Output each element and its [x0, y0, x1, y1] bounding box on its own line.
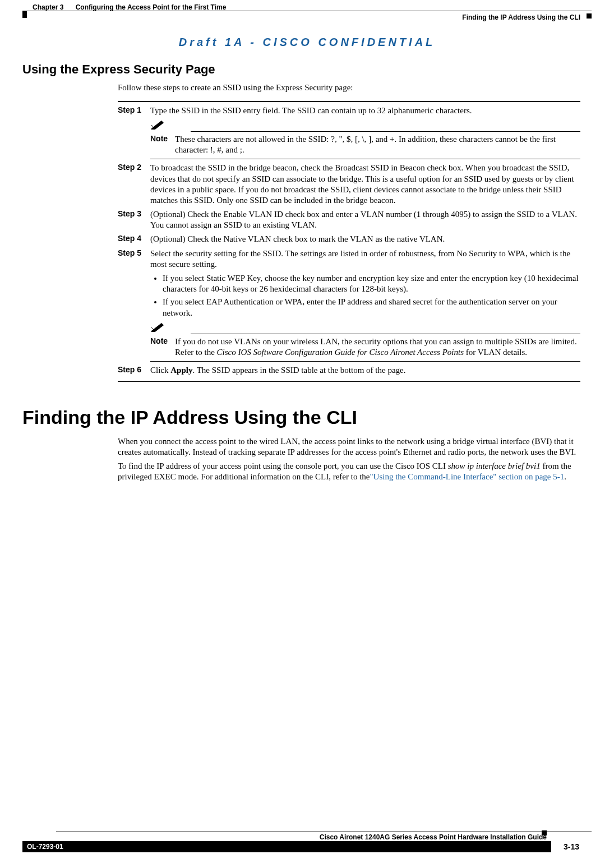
step-row: Step 2 To broadcast the SSID in the brid…	[118, 163, 580, 206]
step-text-bold: Apply	[170, 366, 192, 375]
note-bottom-rule	[150, 361, 580, 362]
heading-express-security: Using the Express Security Page	[22, 62, 592, 77]
note-text-italic: Cisco IOS Software Configuration Guide f…	[217, 348, 464, 357]
note-text: These characters are not allowed in the …	[175, 134, 580, 155]
chapter-title: Configuring the Access Point for the Fir…	[76, 3, 227, 11]
note-pencil-icon	[150, 119, 166, 132]
body-paragraph: When you connect the access point to the…	[118, 436, 580, 458]
cross-ref-link[interactable]: "Using the Command-Line Interface" secti…	[370, 472, 564, 481]
step-label: Step 4	[118, 234, 150, 244]
note-bottom-rule	[150, 159, 580, 159]
step-label: Step 6	[118, 365, 150, 376]
step-text: Select the security setting for the SSID…	[150, 248, 580, 270]
para-post: .	[564, 472, 566, 481]
step-text: To broadcast the SSID in the bridge beac…	[150, 163, 580, 206]
step-text-post: . The SSID appears in the SSID table at …	[192, 366, 405, 375]
note-label: Note	[150, 336, 175, 358]
steps-bottom-rule	[118, 381, 580, 382]
draft-watermark: Draft 1A - CISCO CONFIDENTIAL	[22, 36, 592, 49]
footer-book-title: Cisco Aironet 1240AG Series Access Point…	[22, 833, 547, 841]
intro-paragraph: Follow these steps to create an SSID usi…	[118, 82, 580, 93]
page-footer: Cisco Aironet 1240AG Series Access Point…	[22, 832, 592, 852]
step-label: Step 2	[118, 163, 150, 206]
note-top-rule	[191, 131, 580, 132]
heading-finding-ip: Finding the IP Address Using the CLI	[22, 407, 592, 428]
step-row: Step 1 Type the SSID in the SSID entry f…	[118, 105, 580, 116]
note-label: Note	[150, 134, 175, 155]
step-row: Step 5 Select the security setting for t…	[118, 248, 580, 270]
para-pre: To find the IP address of your access po…	[118, 461, 448, 470]
chapter-number: Chapter 3	[33, 3, 63, 11]
list-item: If you select Static WEP Key, choose the…	[163, 273, 580, 294]
step-label: Step 5	[118, 248, 150, 270]
step-text: (Optional) Check the Enable VLAN ID chec…	[150, 209, 580, 230]
step-text-pre: Click	[150, 366, 170, 375]
note-pencil-icon	[150, 322, 166, 334]
note-block: Note If you do not use VLANs on your wir…	[150, 322, 580, 362]
step-row: Step 4 (Optional) Check the Native VLAN …	[118, 234, 580, 244]
step-label: Step 1	[118, 105, 150, 116]
step-text: Type the SSID in the SSID entry field. T…	[150, 105, 580, 116]
note-text-post: for VLAN details.	[464, 348, 527, 357]
header-section-title: Finding the IP Address Using the CLI	[462, 13, 580, 21]
bullet-list: If you select Static WEP Key, choose the…	[150, 273, 580, 318]
header-chapter: Chapter 3 Configuring the Access Point f…	[33, 3, 226, 11]
footer-rule	[56, 832, 592, 832]
step-label: Step 3	[118, 209, 150, 230]
note-text: If you do not use VLANs on your wireless…	[175, 336, 580, 358]
body-paragraph: To find the IP address of your access po…	[118, 461, 580, 482]
footer-doc-number: OL-7293-01	[22, 841, 551, 852]
header-left-bar	[22, 11, 27, 18]
note-top-rule	[191, 334, 580, 334]
step-text: Click Apply. The SSID appears in the SSI…	[150, 365, 580, 376]
step-row: Step 6 Click Apply. The SSID appears in …	[118, 365, 580, 376]
note-block: Note These characters are not allowed in…	[150, 119, 580, 159]
footer-square-icon	[542, 830, 547, 835]
list-item: If you select EAP Authentication or WPA,…	[163, 297, 580, 318]
steps-top-rule	[118, 101, 580, 102]
page-header: Chapter 3 Configuring the Access Point f…	[22, 6, 592, 24]
para-italic: show ip interface brief bvi1	[448, 461, 541, 470]
footer-page-number: 3-13	[551, 841, 592, 852]
step-text: (Optional) Check the Native VLAN check b…	[150, 234, 580, 244]
header-square-icon	[587, 13, 592, 19]
step-row: Step 3 (Optional) Check the Enable VLAN …	[118, 209, 580, 230]
